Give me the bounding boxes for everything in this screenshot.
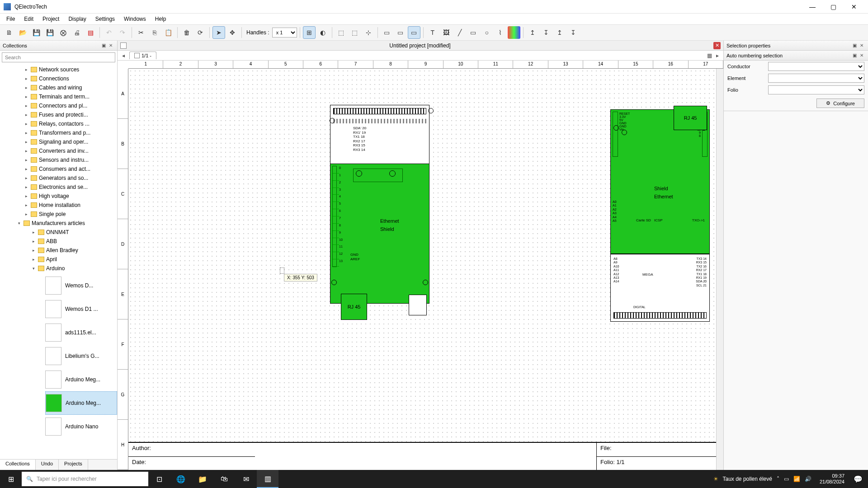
ethernet-shield-right[interactable]: Shield Ethernet RESET3.3V5VGNDGNDVin ARE…: [610, 109, 710, 254]
drawing-canvas[interactable]: SDA' 20RX1' 19TX1 18RX2 17RX3 15RX3 14 0…: [128, 69, 723, 470]
align1-icon[interactable]: ▭: [381, 26, 393, 39]
start-button[interactable]: ⊞: [0, 470, 22, 488]
qelectrotech-task-icon[interactable]: ▥: [257, 470, 278, 488]
paste-icon[interactable]: 📋: [162, 26, 175, 39]
tree-item[interactable]: ▸Allen Bradley: [0, 246, 117, 255]
rj45-left[interactable]: RJ 45: [341, 294, 367, 320]
panel-close-icon[interactable]: ✕: [107, 43, 114, 48]
close-button[interactable]: ✕: [844, 0, 864, 14]
tree-item[interactable]: ▸Connectors and pl...: [0, 101, 117, 110]
element-select[interactable]: [768, 74, 864, 83]
contrast-icon[interactable]: ◐: [316, 26, 329, 39]
pollen-icon[interactable]: ☀: [713, 476, 718, 482]
tree-item[interactable]: ▸Consumers and act...: [0, 164, 117, 174]
page-view-icon[interactable]: ▦: [705, 52, 713, 59]
maximize-button[interactable]: ▢: [823, 0, 844, 14]
order3-icon[interactable]: ↥: [553, 26, 566, 39]
print-icon[interactable]: 🖨: [71, 26, 83, 39]
tree-item[interactable]: ▾Arduino: [0, 264, 117, 273]
search-input[interactable]: [2, 52, 115, 62]
tree-item[interactable]: ▸Transformers and p...: [0, 128, 117, 137]
prop-float-icon[interactable]: ▣: [851, 43, 858, 48]
copy-icon[interactable]: ⎘: [148, 26, 161, 39]
open-icon[interactable]: 📂: [16, 26, 29, 39]
polyline-icon[interactable]: ⌇: [494, 26, 507, 39]
tree-item[interactable]: ▸Sensors and instru...: [0, 155, 117, 164]
palette-icon[interactable]: [508, 26, 520, 39]
tree-item[interactable]: ▸Network sources: [0, 65, 117, 74]
collections-tree[interactable]: ▸Network sources▸Connections▸Cables and …: [0, 64, 117, 459]
menu-file[interactable]: File: [2, 15, 19, 23]
explorer-icon[interactable]: 📁: [192, 470, 213, 488]
ethernet-shield-left[interactable]: 012345678910111213 Ethernet Shield GND A…: [330, 164, 429, 304]
align3-icon[interactable]: ▭: [408, 26, 420, 39]
mail-icon[interactable]: ✉: [235, 470, 257, 488]
image-icon[interactable]: 🖼: [440, 26, 453, 39]
order4-icon[interactable]: ↧: [567, 26, 580, 39]
handles-select[interactable]: x 1: [272, 28, 297, 38]
doc-tab-icon[interactable]: [120, 42, 127, 49]
vscrollbar[interactable]: [716, 69, 723, 470]
doc-close-icon[interactable]: ✕: [713, 42, 721, 49]
tab-undo[interactable]: Undo: [36, 460, 59, 470]
select-poly-icon[interactable]: ⬚: [349, 26, 361, 39]
tree-item[interactable]: ▸Generators and so...: [0, 174, 117, 183]
tree-item[interactable]: ▸Cables and wiring: [0, 83, 117, 92]
conductor-select[interactable]: [768, 62, 864, 71]
folio-select[interactable]: [768, 85, 864, 94]
cut-icon[interactable]: ✂: [135, 26, 147, 39]
minimize-button[interactable]: —: [802, 0, 823, 14]
undo-icon[interactable]: ↶: [103, 26, 115, 39]
tree-item[interactable]: ▸Relays, contactors ...: [0, 119, 117, 128]
element-thumb[interactable]: Libelium's G...: [45, 344, 117, 368]
menu-project[interactable]: Project: [38, 15, 64, 23]
new-icon[interactable]: 🗎: [3, 26, 15, 39]
tab-projects[interactable]: Projects: [59, 460, 88, 470]
save-as-icon[interactable]: 💾: [43, 26, 56, 39]
tree-item[interactable]: ▸ABB: [0, 237, 117, 246]
rotate-icon[interactable]: ⟳: [194, 26, 207, 39]
tree-item[interactable]: ▸Signaling and oper...: [0, 137, 117, 146]
tray-chevron-icon[interactable]: ˄: [777, 476, 779, 482]
taskbar-search[interactable]: 🔍Taper ici pour rechercher: [22, 472, 148, 486]
volume-icon[interactable]: 🔊: [805, 476, 811, 482]
menu-edit[interactable]: Edit: [19, 15, 38, 23]
order2-icon[interactable]: ↧: [540, 26, 552, 39]
close-doc-icon[interactable]: ⨂: [57, 26, 70, 39]
element-thumb[interactable]: Arduino Nano: [45, 415, 117, 438]
tree-single-pole[interactable]: ▸Single pole: [0, 210, 117, 219]
tab-collections[interactable]: Collections: [0, 460, 36, 470]
order1-icon[interactable]: ↥: [526, 26, 539, 39]
configure-button[interactable]: ⚙Configure: [816, 99, 864, 108]
connector-block[interactable]: [409, 295, 427, 315]
tree-item[interactable]: ▸Home installation: [0, 201, 117, 210]
autonum-float-icon[interactable]: ▣: [851, 53, 858, 58]
rect-shape-icon[interactable]: ▭: [467, 26, 480, 39]
tree-item[interactable]: ▸April: [0, 255, 117, 264]
tree-item[interactable]: ▸Terminals and term...: [0, 92, 117, 101]
ellipse-icon[interactable]: ○: [481, 26, 493, 39]
element-thumb[interactable]: Wemos D...: [45, 274, 117, 297]
tree-item[interactable]: ▸Connections: [0, 74, 117, 83]
task-view-icon[interactable]: ⊡: [148, 470, 170, 488]
element-thumb[interactable]: Arduino Meg...: [45, 391, 117, 415]
tree-manufacturers[interactable]: ▾Manufacturers articles: [0, 219, 117, 228]
snap-icon[interactable]: ⊹: [362, 26, 375, 39]
select-rect-icon[interactable]: ⬚: [335, 26, 348, 39]
taskbar-clock[interactable]: 09:3721/08/2024: [816, 473, 848, 485]
page-prev-icon[interactable]: ◂: [119, 52, 127, 59]
battery-icon[interactable]: ▭: [784, 476, 789, 482]
menu-display[interactable]: Display: [64, 15, 90, 23]
panel-float-icon[interactable]: ▣: [100, 43, 107, 48]
notification-icon[interactable]: 💬: [848, 475, 868, 483]
text-icon[interactable]: T: [426, 26, 439, 39]
menu-help[interactable]: Help: [151, 15, 171, 23]
element-thumb[interactable]: Wemos D1 ...: [45, 297, 117, 321]
pdf-icon[interactable]: ▤: [84, 26, 97, 39]
tree-item[interactable]: ▸Fuses and protecti...: [0, 110, 117, 119]
align2-icon[interactable]: ▭: [394, 26, 407, 39]
tree-item[interactable]: ▸Electronics and se...: [0, 183, 117, 192]
line-icon[interactable]: ╱: [453, 26, 466, 39]
redo-icon[interactable]: ↷: [116, 26, 129, 39]
element-thumb[interactable]: Arduino Meg...: [45, 368, 117, 391]
